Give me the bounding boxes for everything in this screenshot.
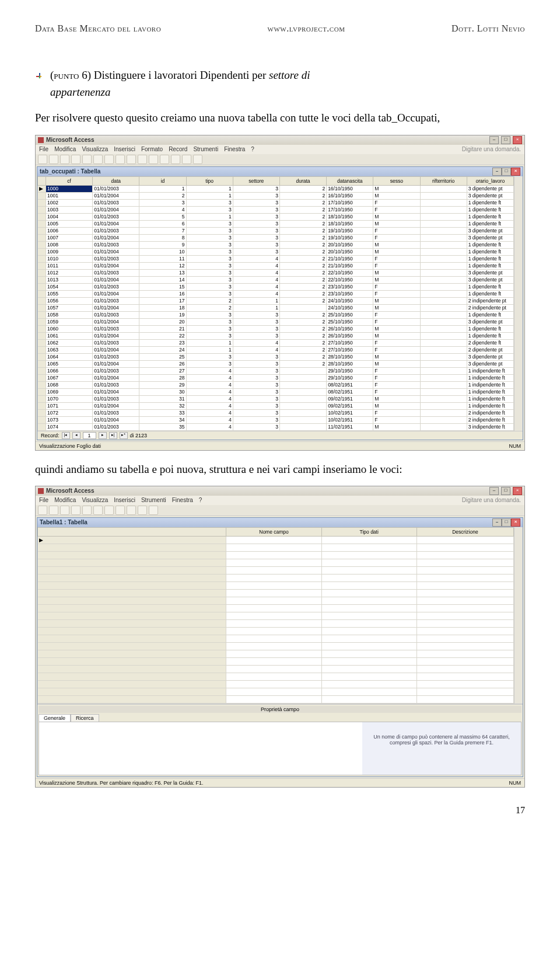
col-nome-campo[interactable]: Nome campo [226,527,321,536]
menu-modifica[interactable]: Modifica [54,497,76,503]
page-header: Data Base Mercato del lavoro www.lvproje… [35,23,525,34]
col-durata[interactable]: durata [279,176,326,185]
titlebar: Microsoft Access – □ × [36,486,524,496]
sub-minimize[interactable]: – [492,168,502,176]
nav-first-icon[interactable]: |◂ [62,432,70,439]
menubar: File Modifica Visualizza Inserisci Forma… [36,145,524,154]
sub-minimize[interactable]: – [492,518,502,527]
nav-new-icon[interactable]: ▸* [120,432,128,439]
maximize-button[interactable]: □ [501,136,510,144]
subwindow-title: tab_occupati : Tabella – □ × [37,167,523,176]
nav-prev-icon[interactable]: ◂ [72,432,80,439]
menu-record[interactable]: Record [169,146,187,152]
design-grid[interactable]: Nome campo Tipo dati Descrizione ▶ [37,527,514,704]
col-descrizione[interactable]: Descrizione [416,527,513,536]
help-search-box[interactable]: Digitare una domanda. [462,146,521,152]
toolbar-button[interactable] [116,155,125,164]
toolbar-button[interactable] [138,506,147,515]
menu-file[interactable]: File [39,146,48,152]
col-orario[interactable]: orario_lavoro [467,176,513,185]
toolbar-button[interactable] [60,506,69,515]
tab-generale[interactable]: Generale [38,714,71,722]
sub-maximize[interactable]: □ [502,168,511,176]
toolbar-button[interactable] [149,155,158,164]
col-rifterritorio[interactable]: rifterritorio [420,176,467,185]
toolbar-button[interactable] [116,506,125,515]
col-id[interactable]: id [139,176,186,185]
help-search-box[interactable]: Digitare una domanda. [462,497,521,503]
sub-maximize[interactable]: □ [502,518,511,527]
toolbar-button[interactable] [149,506,158,515]
toolbar-button[interactable] [182,155,191,164]
nav-next-icon[interactable]: ▸ [99,432,107,439]
toolbar-button[interactable] [60,155,69,164]
col-cf[interactable]: cf [46,176,93,185]
data-table[interactable]: cf data id tipo settore durata datanasci… [37,176,514,431]
menu-help[interactable]: ? [251,146,254,152]
toolbar-button[interactable] [49,506,58,515]
maximize-button[interactable]: □ [501,487,510,495]
header-right: Dott. Lotti Nevio [452,23,525,34]
sub-close[interactable]: × [511,518,520,527]
menu-visualizza[interactable]: Visualizza [82,146,108,152]
toolbar-button[interactable] [171,155,180,164]
menu-inserisci[interactable]: Inserisci [114,497,135,503]
menu-strumenti[interactable]: Strumenti [193,146,218,152]
vertical-scrollbar[interactable] [514,176,523,431]
titlebar: Microsoft Access – □ × [36,135,524,145]
menu-formato[interactable]: Formato [141,146,163,152]
properties-hint: Un nome di campo può contenere al massim… [362,722,521,775]
col-settore[interactable]: settore [233,176,279,185]
toolbar-button[interactable] [127,506,136,515]
menu-finestra[interactable]: Finestra [172,497,193,503]
toolbar-button[interactable] [193,155,202,164]
menu-visualizza[interactable]: Visualizza [82,497,108,503]
col-tipo-dati[interactable]: Tipo dati [321,527,416,536]
record-label: Record: [41,433,60,438]
sub-close[interactable]: × [511,168,520,176]
toolbar [36,505,524,516]
numlock-indicator: NUM [509,443,522,449]
menu-inserisci[interactable]: Inserisci [114,146,135,152]
close-button[interactable]: × [513,136,522,144]
toolbar-button[interactable] [82,155,92,164]
toolbar-button[interactable] [160,155,169,164]
toolbar-button[interactable] [71,506,80,515]
numlock-indicator: NUM [509,780,522,786]
menu-finestra[interactable]: Finestra [224,146,245,152]
toolbar-button[interactable] [104,155,114,164]
app-title: Microsoft Access [46,488,94,494]
toolbar-button[interactable] [71,155,80,164]
minimize-button[interactable]: – [489,136,499,144]
access-datasheet-screenshot: Microsoft Access – □ × File Modifica Vis… [35,135,525,451]
toolbar-button[interactable] [104,506,114,515]
vertical-scrollbar[interactable] [514,527,523,704]
toolbar-button[interactable] [82,506,92,515]
menubar: File Modifica Visualizza Inserisci Strum… [36,496,524,505]
col-sesso[interactable]: sesso [373,176,420,185]
toolbar-button[interactable] [38,506,47,515]
menu-strumenti[interactable]: Strumenti [141,497,166,503]
col-tipo[interactable]: tipo [186,176,233,185]
menu-file[interactable]: File [39,497,48,503]
toolbar-button[interactable] [93,506,103,515]
toolbar-button[interactable] [127,155,136,164]
toolbar-button[interactable] [138,155,147,164]
col-data[interactable]: data [93,176,139,185]
close-button[interactable]: × [513,487,522,495]
record-position[interactable]: 1 [83,432,96,439]
menu-modifica[interactable]: Modifica [54,146,76,152]
properties-grid[interactable] [39,722,362,775]
toolbar-button[interactable] [49,155,58,164]
toolbar-button[interactable] [38,155,47,164]
minimize-button[interactable]: – [489,487,499,495]
tab-ricerca[interactable]: Ricerca [71,714,99,722]
statusbar: Visualizzazione Foglio dati NUM [36,441,524,450]
menu-help[interactable]: ? [199,497,202,503]
record-total: di 2123 [130,433,148,438]
status-text: Visualizzazione Foglio dati [39,443,101,449]
record-navigator: Record: |◂ ◂ 1 ▸ ▸| ▸* di 2123 [37,431,523,440]
toolbar-button[interactable] [93,155,103,164]
col-datanascita[interactable]: datanascita [327,176,373,185]
nav-last-icon[interactable]: ▸| [109,432,117,439]
